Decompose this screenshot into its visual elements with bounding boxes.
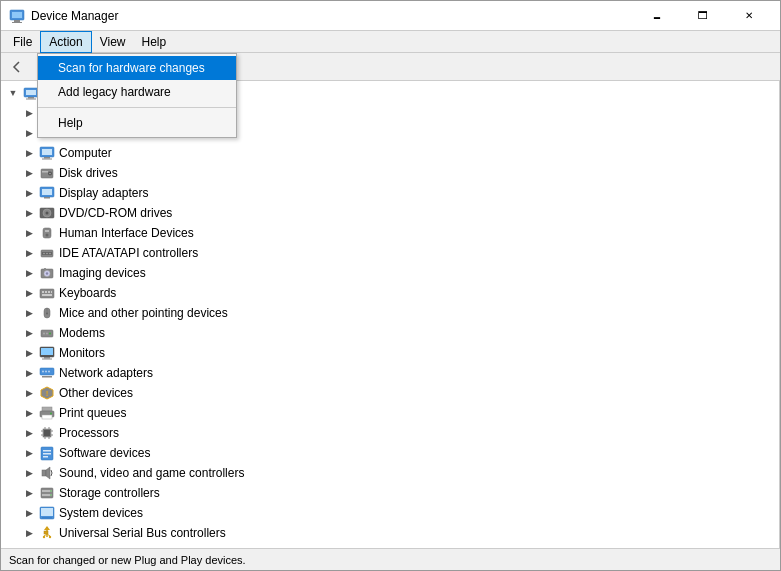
system-icon bbox=[39, 505, 55, 521]
expand-other[interactable]: ▶ bbox=[21, 385, 37, 401]
toolbar-back-button[interactable] bbox=[5, 56, 29, 78]
tree-item-display[interactable]: ▶ Display adapters bbox=[1, 183, 779, 203]
monitors-label: Monitors bbox=[59, 346, 105, 360]
action-dropdown: Scan for hardware changes Add legacy har… bbox=[37, 53, 237, 138]
expand-system[interactable]: ▶ bbox=[21, 505, 37, 521]
tree-item-other[interactable]: ▶ ! Other devices bbox=[1, 383, 779, 403]
title-bar: Device Manager 🗕 🗖 ✕ bbox=[1, 1, 780, 31]
hid-icon bbox=[39, 225, 55, 241]
svg-rect-47 bbox=[45, 291, 47, 293]
minimize-button[interactable]: 🗕 bbox=[634, 1, 680, 31]
expand-mice[interactable]: ▶ bbox=[21, 305, 37, 321]
svg-rect-68 bbox=[42, 407, 52, 411]
window-controls: 🗕 🗖 ✕ bbox=[634, 1, 772, 31]
expand-network[interactable]: ▶ bbox=[21, 365, 37, 381]
modems-label: Modems bbox=[59, 326, 105, 340]
software-label: Software devices bbox=[59, 446, 150, 460]
expand-monitors[interactable]: ▶ bbox=[21, 345, 37, 361]
svg-point-57 bbox=[49, 333, 51, 335]
svg-point-39 bbox=[46, 253, 48, 255]
tree-item-mice[interactable]: ▶ Mice and other pointing devices bbox=[1, 303, 779, 323]
expand-hid[interactable]: ▶ bbox=[21, 225, 37, 241]
expand-usb[interactable]: ▶ bbox=[21, 525, 37, 541]
close-button[interactable]: ✕ bbox=[726, 1, 772, 31]
other-label: Other devices bbox=[59, 386, 133, 400]
expand-sound[interactable]: ▶ bbox=[21, 465, 37, 481]
tree-item-modems[interactable]: ▶ Modems bbox=[1, 323, 779, 343]
svg-rect-70 bbox=[42, 415, 52, 419]
expand-keyboards[interactable]: ▶ bbox=[21, 285, 37, 301]
device-tree[interactable]: ▼ DESKTOP-PC ▶ bbox=[1, 81, 780, 548]
ide-label: IDE ATA/ATAPI controllers bbox=[59, 246, 198, 260]
svg-rect-85 bbox=[43, 456, 48, 458]
menu-bar: File Action View Help Scan for hardware … bbox=[1, 31, 780, 53]
tree-item-processors[interactable]: ▶ Processors bbox=[1, 423, 779, 443]
dvd-icon bbox=[39, 205, 55, 221]
expand-modems[interactable]: ▶ bbox=[21, 325, 37, 341]
svg-rect-59 bbox=[41, 348, 53, 355]
expand-imaging[interactable]: ▶ bbox=[21, 265, 37, 281]
monitors-icon bbox=[39, 345, 55, 361]
tree-item-computer[interactable]: ▶ Computer bbox=[1, 143, 779, 163]
dropdown-divider bbox=[38, 107, 236, 108]
dvd-label: DVD/CD-ROM drives bbox=[59, 206, 172, 220]
tree-item-system[interactable]: ▶ System devices bbox=[1, 503, 779, 523]
svg-rect-1 bbox=[12, 12, 22, 18]
svg-rect-84 bbox=[43, 453, 51, 455]
svg-rect-87 bbox=[41, 488, 53, 498]
imaging-label: Imaging devices bbox=[59, 266, 146, 280]
svg-rect-49 bbox=[51, 291, 52, 293]
tree-item-dvd[interactable]: ▶ DVD/CD-ROM drives bbox=[1, 203, 779, 223]
expand-storage[interactable]: ▶ bbox=[21, 485, 37, 501]
expand-batteries[interactable]: ▶ bbox=[21, 105, 37, 121]
tree-item-monitors[interactable]: ▶ Monitors bbox=[1, 343, 779, 363]
sound-label: Sound, video and game controllers bbox=[59, 466, 244, 480]
expand-processors[interactable]: ▶ bbox=[21, 425, 37, 441]
expand-dvd[interactable]: ▶ bbox=[21, 205, 37, 221]
tree-item-keyboards[interactable]: ▶ Keyboards bbox=[1, 283, 779, 303]
svg-rect-48 bbox=[48, 291, 50, 293]
tree-item-sound[interactable]: ▶ Sound, video and game controllers bbox=[1, 463, 779, 483]
imaging-icon bbox=[39, 265, 55, 281]
menu-action[interactable]: Action bbox=[40, 31, 91, 53]
expand-display[interactable]: ▶ bbox=[21, 185, 37, 201]
maximize-button[interactable]: 🗖 bbox=[680, 1, 726, 31]
tree-item-imaging[interactable]: ▶ Imaging devices bbox=[1, 263, 779, 283]
expand-software[interactable]: ▶ bbox=[21, 445, 37, 461]
svg-rect-60 bbox=[44, 357, 50, 359]
menu-file[interactable]: File bbox=[5, 31, 40, 53]
tree-item-storage[interactable]: ▶ Storage controllers bbox=[1, 483, 779, 503]
tree-item-software[interactable]: ▶ Software devices bbox=[1, 443, 779, 463]
tree-item-ide[interactable]: ▶ IDE ATA/ATAPI controllers bbox=[1, 243, 779, 263]
svg-rect-20 bbox=[42, 149, 52, 155]
menu-help[interactable]: Help bbox=[134, 31, 175, 53]
expand-ide[interactable]: ▶ bbox=[21, 245, 37, 261]
disk-icon bbox=[39, 165, 55, 181]
tree-item-usb[interactable]: ▶ Universal Serial Bus controllers bbox=[1, 523, 779, 543]
svg-point-71 bbox=[50, 413, 52, 415]
svg-point-56 bbox=[46, 333, 48, 335]
svg-rect-93 bbox=[41, 508, 53, 516]
usb-icon bbox=[39, 525, 55, 541]
svg-rect-15 bbox=[26, 99, 36, 100]
tree-item-hid[interactable]: ▶ Human Interface Devices bbox=[1, 223, 779, 243]
software-icon bbox=[39, 445, 55, 461]
tree-item-print[interactable]: ▶ Print queues bbox=[1, 403, 779, 423]
status-bar: Scan for changed or new Plug and Play de… bbox=[1, 548, 780, 570]
expand-print[interactable]: ▶ bbox=[21, 405, 37, 421]
window-title: Device Manager bbox=[31, 9, 118, 23]
dropdown-item-help[interactable]: Help bbox=[38, 111, 236, 135]
tree-item-disk[interactable]: ▶ Disk drives bbox=[1, 163, 779, 183]
dropdown-item-legacy[interactable]: Add legacy hardware bbox=[38, 80, 236, 104]
menu-view[interactable]: View bbox=[92, 31, 134, 53]
expand-disk[interactable]: ▶ bbox=[21, 165, 37, 181]
expand-computer[interactable]: ▶ bbox=[21, 145, 37, 161]
tree-item-network[interactable]: ▶ Network adapters bbox=[1, 363, 779, 383]
dropdown-item-scan[interactable]: Scan for hardware changes bbox=[38, 56, 236, 80]
svg-rect-46 bbox=[42, 291, 44, 293]
svg-rect-34 bbox=[45, 230, 49, 232]
processors-label: Processors bbox=[59, 426, 119, 440]
expand-root[interactable]: ▼ bbox=[5, 85, 21, 101]
app-icon bbox=[9, 8, 25, 24]
expand-bluetooth[interactable]: ▶ bbox=[21, 125, 37, 141]
